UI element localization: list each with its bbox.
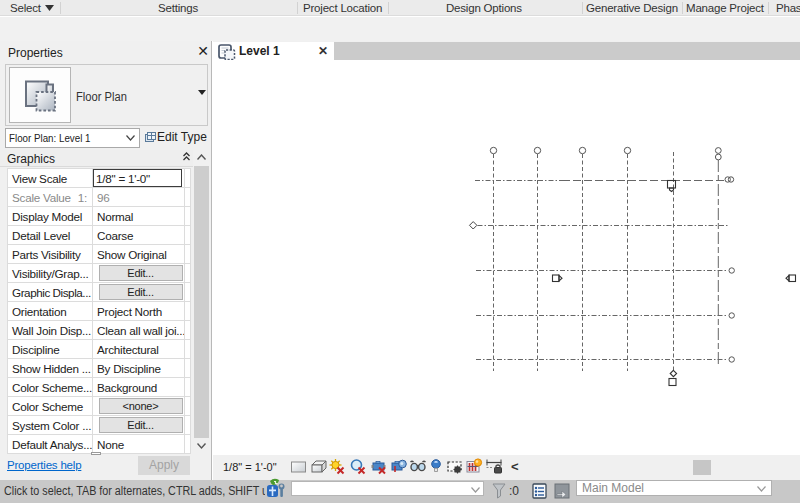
svg-text:<: < [511, 459, 519, 474]
